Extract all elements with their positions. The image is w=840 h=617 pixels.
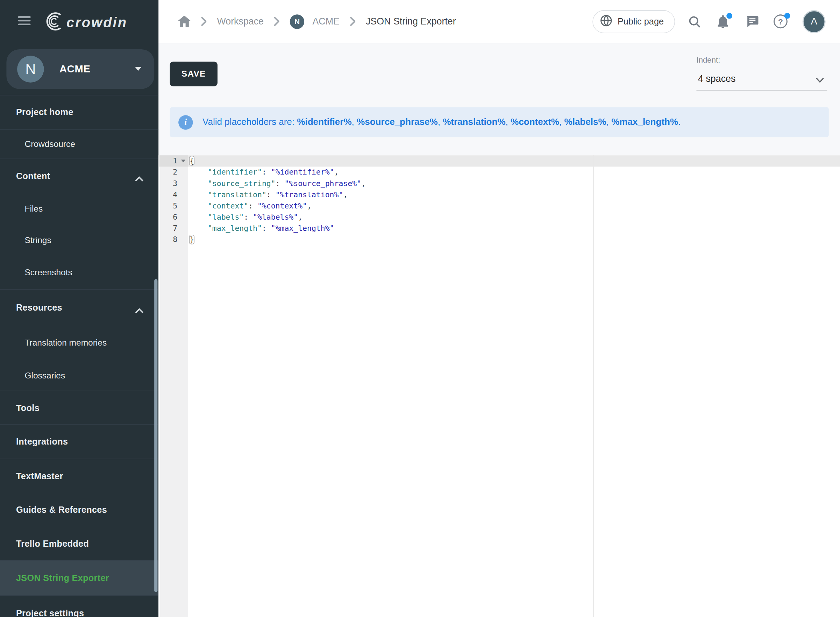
crowdin-logo[interactable]: crowdin [41, 11, 127, 34]
breadcrumb-chevron-icon [274, 16, 280, 26]
sidebar-nav: Project homeCrowdsourceContentFilesStrin… [0, 95, 158, 617]
code-line[interactable]: "max_length": "%max_length%" [188, 223, 840, 234]
editor-code-area[interactable]: { "identifier": "%identifier%", "source_… [188, 155, 840, 245]
sidebar-item-glossaries[interactable]: Glossaries [0, 360, 158, 390]
hamburger-menu-icon[interactable] [18, 16, 30, 26]
app-window: crowdin N ACME Project homeCrowdsourceCo… [0, 0, 840, 617]
info-banner: i Valid placeholders are: %identifier%, … [170, 107, 829, 137]
sidebar-item-label: Integrations [16, 437, 68, 447]
crowdin-logo-text: crowdin [66, 14, 127, 31]
sidebar-item-screenshots[interactable]: Screenshots [0, 256, 158, 289]
fold-caret-icon[interactable] [181, 160, 185, 162]
sidebar-item-label: Files [25, 204, 43, 214]
sidebar-item-label: TextMaster [16, 471, 63, 481]
indent-control: Indent: 4 spaces [696, 56, 827, 91]
messages-icon[interactable] [746, 15, 759, 28]
breadcrumb-label: ACME [312, 16, 339, 27]
globe-icon [600, 14, 612, 29]
breadcrumb-item-acme[interactable]: NACME [290, 14, 340, 29]
code-line[interactable]: "source_string": "%source_phrase%", [188, 178, 840, 189]
sidebar: crowdin N ACME Project homeCrowdsourceCo… [0, 0, 158, 617]
sidebar-item-resources[interactable]: Resources [0, 289, 158, 326]
workspace-name: ACME [59, 49, 91, 89]
indent-selected-value: 4 spaces [696, 73, 735, 84]
sidebar-item-label: Screenshots [25, 268, 72, 278]
home-icon[interactable] [178, 15, 191, 27]
code-line[interactable]: "identifier": "%identifier%", [188, 167, 840, 178]
sidebar-item-trello-embedded[interactable]: Trello Embedded [0, 527, 158, 560]
public-page-label: Public page [617, 16, 664, 27]
chevron-up-icon [135, 174, 144, 184]
breadcrumb-label: JSON String Exporter [366, 16, 456, 27]
sidebar-item-textmaster[interactable]: TextMaster [0, 459, 158, 493]
sidebar-item-label: Crowdsource [25, 139, 75, 149]
sidebar-item-translation-memories[interactable]: Translation memories [0, 326, 158, 360]
sidebar-item-label: Resources [16, 303, 62, 313]
sidebar-item-label: Trello Embedded [16, 538, 89, 548]
breadcrumb-item-workspace[interactable]: Workspace [217, 16, 264, 27]
gutter-line-number: 5 [160, 201, 188, 212]
sidebar-item-label: Translation memories [25, 338, 107, 348]
gutter-line-number: 3 [160, 178, 188, 189]
sidebar-item-files[interactable]: Files [0, 193, 158, 225]
sidebar-item-project-home[interactable]: Project home [0, 95, 158, 129]
sidebar-item-label: Strings [25, 236, 51, 245]
main-content: SAVE Indent: 4 spaces i Valid placeholde… [158, 43, 840, 617]
code-editor[interactable]: 12345678 { "identifier": "%identifier%",… [158, 155, 840, 617]
workspace-selector[interactable]: N ACME [6, 49, 154, 89]
sidebar-item-integrations[interactable]: Integrations [0, 424, 158, 459]
code-line[interactable]: "context": "%context%", [188, 201, 840, 212]
indent-label: Indent: [696, 56, 827, 64]
indent-select[interactable]: 4 spaces [696, 68, 827, 91]
breadcrumb-chevron-icon [350, 16, 356, 26]
sidebar-item-label: Tools [16, 403, 40, 413]
chevron-up-icon [135, 305, 144, 315]
sidebar-item-label: Guides & References [16, 505, 107, 515]
breadcrumb: WorkspaceNACMEJSON String Exporter [178, 14, 456, 29]
sidebar-item-json-string-exporter[interactable]: JSON String Exporter [0, 560, 158, 595]
code-line[interactable]: } [188, 234, 840, 245]
sidebar-item-strings[interactable]: Strings [0, 225, 158, 256]
user-avatar[interactable]: A [803, 10, 826, 33]
save-button[interactable]: SAVE [170, 62, 218, 86]
sidebar-item-crowdsource[interactable]: Crowdsource [0, 129, 158, 158]
code-line[interactable]: "translation": "%translation%", [188, 189, 840, 201]
sidebar-item-tools[interactable]: Tools [0, 391, 158, 425]
sidebar-item-content[interactable]: Content [0, 158, 158, 193]
chevron-down-icon [816, 75, 824, 86]
sidebar-item-guides-references[interactable]: Guides & References [0, 493, 158, 527]
gutter-line-number: 2 [160, 167, 188, 178]
editor-gutter: 12345678 [160, 155, 188, 617]
info-icon: i [178, 115, 193, 130]
topbar-actions: Public page ? A [592, 10, 840, 33]
sidebar-item-project-settings[interactable]: Project settings [0, 595, 158, 617]
sidebar-item-label: JSON String Exporter [16, 573, 109, 583]
help-notification-dot [784, 13, 790, 19]
gutter-line-number: 8 [160, 234, 188, 245]
search-icon[interactable] [688, 15, 701, 28]
sidebar-item-label: Glossaries [25, 370, 65, 380]
info-banner-text: Valid placeholders are: %identifier%, %s… [202, 117, 681, 128]
notifications-bell-icon[interactable] [716, 14, 729, 29]
breadcrumb-chevron-icon [201, 16, 207, 26]
public-page-button[interactable]: Public page [592, 10, 675, 33]
workspace-avatar: N [17, 56, 44, 83]
sidebar-item-label: Project home [16, 107, 74, 117]
sidebar-scrollbar[interactable] [154, 279, 158, 592]
breadcrumb-label: Workspace [217, 16, 264, 27]
gutter-line-number: 1 [160, 155, 188, 167]
gutter-line-number: 7 [160, 223, 188, 234]
code-line[interactable]: { [188, 155, 840, 167]
project-badge: N [290, 14, 304, 29]
sidebar-item-label: Project settings [16, 608, 84, 617]
help-icon[interactable]: ? [774, 14, 787, 28]
sidebar-header: crowdin [0, 0, 158, 43]
sidebar-item-label: Content [16, 171, 50, 181]
topbar: WorkspaceNACMEJSON String Exporter Publi… [158, 0, 840, 43]
gutter-line-number: 6 [160, 212, 188, 223]
crowdin-logo-icon [41, 11, 64, 34]
breadcrumb-item-json-string-exporter: JSON String Exporter [366, 16, 456, 27]
caret-down-icon [135, 67, 141, 71]
code-line[interactable]: "labels": "%labels%", [188, 212, 840, 223]
notification-dot [727, 13, 732, 19]
